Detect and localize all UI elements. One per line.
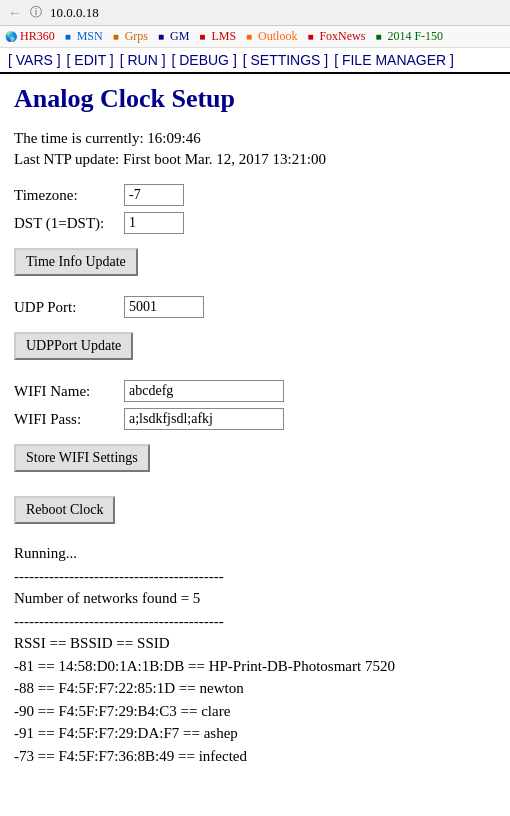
nav-filemanager[interactable]: [ FILE MANAGER ] <box>334 52 454 68</box>
bookmark-outlook[interactable]: ■ Outlook <box>242 29 297 44</box>
bookmark-gm-label: GM <box>170 29 189 44</box>
bookmark-grps[interactable]: ■ Grps <box>109 29 148 44</box>
bookmark-outlook-label: Outlook <box>258 29 297 44</box>
hr360-icon: 🌎 <box>4 30 18 44</box>
timezone-section: Timezone: DST (1=DST): <box>14 184 496 234</box>
udp-port-label: UDP Port: <box>14 299 124 316</box>
bookmark-f150-label: 2014 F-150 <box>387 29 443 44</box>
output-line9: -90 == F4:5F:F7:29:B4:C3 == clare <box>14 700 496 723</box>
dst-row: DST (1=DST): <box>14 212 496 234</box>
bookmark-foxnews[interactable]: ■ FoxNews <box>303 29 365 44</box>
nav-menu: [ VARS ] [ EDIT ] [ RUN ] [ DEBUG ] [ SE… <box>0 48 510 74</box>
output-line10: -91 == F4:5F:F7:29:DA:F7 == ashep <box>14 722 496 745</box>
nav-settings[interactable]: [ SETTINGS ] <box>243 52 329 68</box>
lms-icon: ■ <box>195 30 209 44</box>
grps-icon: ■ <box>109 30 123 44</box>
page-title: Analog Clock Setup <box>14 84 496 114</box>
f150-icon: ■ <box>371 30 385 44</box>
bookmark-grps-label: Grps <box>125 29 148 44</box>
output-line3: ----------------------------------------… <box>14 565 496 588</box>
time-update-button[interactable]: Time Info Update <box>14 248 138 276</box>
ntp-update: Last NTP update: First boot Mar. 12, 201… <box>14 151 496 168</box>
outlook-icon: ■ <box>242 30 256 44</box>
timezone-label: Timezone: <box>14 187 124 204</box>
wifi-name-row: WIFI Name: <box>14 380 496 402</box>
dst-label: DST (1=DST): <box>14 215 124 232</box>
reboot-section: Reboot Clock <box>14 488 496 532</box>
wifi-section: WIFI Name: WIFI Pass: <box>14 380 496 430</box>
udp-update-button[interactable]: UDPPort Update <box>14 332 133 360</box>
gm-icon: ■ <box>154 30 168 44</box>
output-line7: -81 == 14:58:D0:1A:1B:DB == HP-Print-DB-… <box>14 655 496 678</box>
current-time: The time is currently: 16:09:46 <box>14 130 496 147</box>
bookmark-lms[interactable]: ■ LMS <box>195 29 236 44</box>
wifi-pass-label: WIFI Pass: <box>14 411 124 428</box>
store-wifi-button[interactable]: Store WIFI Settings <box>14 444 150 472</box>
page-content: Analog Clock Setup The time is currently… <box>0 74 510 777</box>
bookmark-gm[interactable]: ■ GM <box>154 29 189 44</box>
bookmark-f150[interactable]: ■ 2014 F-150 <box>371 29 443 44</box>
bookmark-hr360-label: HR360 <box>20 29 55 44</box>
bookmarks-bar: 🌎 HR360 ■ MSN ■ Grps ■ GM ■ LMS ■ Outloo… <box>0 26 510 48</box>
wifi-name-input[interactable] <box>124 380 284 402</box>
wifi-name-label: WIFI Name: <box>14 383 124 400</box>
output-line1: Running... <box>14 542 496 565</box>
bookmark-lms-label: LMS <box>211 29 236 44</box>
output-area: Running... -----------------------------… <box>14 542 496 767</box>
back-button[interactable]: ← <box>8 5 22 21</box>
output-line8: -88 == F4:5F:F7:22:85:1D == newton <box>14 677 496 700</box>
timezone-input[interactable] <box>124 184 184 206</box>
wifi-pass-row: WIFI Pass: <box>14 408 496 430</box>
bookmark-foxnews-label: FoxNews <box>319 29 365 44</box>
msn-icon: ■ <box>61 30 75 44</box>
udp-section: UDP Port: <box>14 296 496 318</box>
bookmark-msn[interactable]: ■ MSN <box>61 29 103 44</box>
nav-debug[interactable]: [ DEBUG ] <box>171 52 236 68</box>
bookmark-msn-label: MSN <box>77 29 103 44</box>
nav-run[interactable]: [ RUN ] <box>120 52 166 68</box>
udp-row: UDP Port: <box>14 296 496 318</box>
nav-vars[interactable]: [ VARS ] <box>8 52 61 68</box>
info-icon[interactable]: ⓘ <box>30 4 42 21</box>
timezone-row: Timezone: <box>14 184 496 206</box>
output-line4: Number of networks found = 5 <box>14 587 496 610</box>
bookmark-hr360[interactable]: 🌎 HR360 <box>4 29 55 44</box>
reboot-clock-button[interactable]: Reboot Clock <box>14 496 115 524</box>
url-bar[interactable]: 10.0.0.18 <box>50 5 99 21</box>
output-line11: -73 == F4:5F:F7:36:8B:49 == infected <box>14 745 496 768</box>
foxnews-icon: ■ <box>303 30 317 44</box>
dst-input[interactable] <box>124 212 184 234</box>
browser-bar: ← ⓘ 10.0.0.18 <box>0 0 510 26</box>
output-line6: RSSI == BSSID == SSID <box>14 632 496 655</box>
wifi-pass-input[interactable] <box>124 408 284 430</box>
nav-edit[interactable]: [ EDIT ] <box>67 52 114 68</box>
output-line5: ----------------------------------------… <box>14 610 496 633</box>
udp-port-input[interactable] <box>124 296 204 318</box>
